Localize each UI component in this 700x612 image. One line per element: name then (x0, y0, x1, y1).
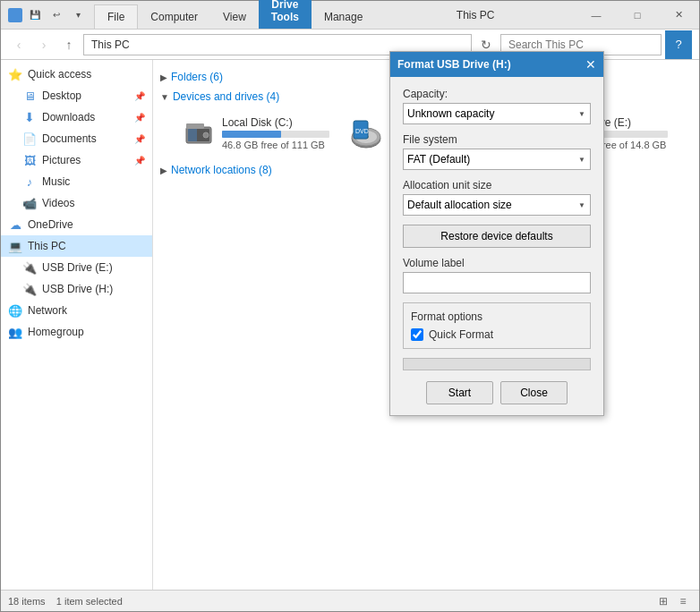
quick-format-label: Quick Format (429, 328, 493, 341)
tab-drive-tools[interactable]: Drive Tools (259, 0, 312, 29)
tab-computer[interactable]: Computer (138, 5, 210, 29)
allocation-select[interactable]: Default allocation size (403, 194, 591, 216)
network-label: Network (28, 304, 67, 317)
downloads-label: Downloads (42, 111, 95, 123)
sidebar-item-documents[interactable]: 📄 Documents 📌 (1, 128, 152, 149)
volume-label-input[interactable] (403, 272, 591, 293)
restore-defaults-button[interactable]: Restore device defaults (403, 225, 591, 248)
forward-button[interactable]: › (33, 34, 55, 55)
window-controls: — □ ✕ (576, 1, 699, 29)
drives-arrow: ▼ (160, 92, 169, 102)
sidebar-item-network[interactable]: 🌐 Network (1, 300, 152, 321)
sidebar-item-downloads[interactable]: ⬇ Downloads 📌 (1, 106, 152, 128)
explorer-window: 💾 ↩ ▾ File Computer View Drive Tools Man… (0, 0, 700, 612)
folders-arrow: ▶ (160, 72, 167, 82)
svg-rect-2 (188, 129, 197, 141)
ribbon-tabs: File Computer View Drive Tools Manage (94, 1, 375, 29)
minimize-button[interactable]: — (576, 1, 617, 30)
filesystem-select-wrapper: FAT (Default) (403, 149, 591, 170)
dialog-close-btn[interactable]: Close (500, 381, 568, 404)
tab-view[interactable]: View (210, 5, 259, 29)
quick-access-undo[interactable]: ↩ (47, 6, 65, 24)
title-bar-left: 💾 ↩ ▾ (1, 1, 94, 29)
items-count: 18 items (8, 596, 46, 607)
tab-file[interactable]: File (94, 4, 138, 29)
drive-c-info: Local Disk (C:) 46.8 GB free of 111 GB (222, 116, 329, 150)
tab-manage[interactable]: Manage (312, 5, 375, 29)
music-icon: ♪ (22, 174, 37, 189)
sidebar-item-music[interactable]: ♪ Music (1, 171, 152, 192)
dialog-title-bar: Format USB Drive (H:) ✕ (390, 52, 603, 77)
svg-rect-4 (186, 123, 204, 129)
network-title: Network locations (8) (171, 164, 272, 176)
pin-icon3: 📌 (134, 134, 145, 144)
onedrive-label: OneDrive (28, 218, 73, 231)
sidebar-item-pictures[interactable]: 🖼 Pictures 📌 (1, 149, 152, 171)
desktop-label: Desktop (42, 89, 81, 102)
capacity-label: Capacity: (403, 88, 591, 100)
folders-title: Folders (6) (171, 71, 223, 83)
volume-label-group: Volume label (403, 257, 591, 293)
drive-c-bar-container (222, 131, 329, 138)
drive-c-name: Local Disk (C:) (222, 116, 329, 129)
quick-access-save[interactable]: 💾 (26, 6, 44, 24)
quickaccess-label: Quick access (28, 68, 91, 81)
quick-format-row: Quick Format (411, 328, 583, 341)
start-button[interactable]: Start (426, 381, 493, 404)
dialog-body: Capacity: Unknown capacity File system F… (390, 77, 603, 415)
sidebar-item-usbe[interactable]: 🔌 USB Drive (E:) (1, 257, 152, 278)
status-info: 18 items 1 item selected (8, 596, 123, 607)
help-button[interactable]: ? (665, 30, 692, 59)
thispc-icon: 💻 (8, 239, 22, 253)
dialog-close-button[interactable]: ✕ (585, 58, 596, 71)
format-progress-bar (403, 358, 591, 370)
pictures-label: Pictures (42, 154, 81, 166)
volume-label-label: Volume label (403, 257, 591, 269)
title-bar: 💾 ↩ ▾ File Computer View Drive Tools Man… (1, 1, 699, 30)
back-button[interactable]: ‹ (8, 34, 30, 55)
sidebar-item-usbh[interactable]: 🔌 USB Drive (H:) (1, 278, 152, 300)
homegroup-icon: 👥 (8, 325, 22, 339)
selected-count: 1 item selected (56, 596, 123, 607)
sidebar-item-thispc[interactable]: 💻 This PC (1, 235, 152, 257)
close-button[interactable]: ✕ (658, 1, 699, 30)
view-tiles-button[interactable]: ⊞ (654, 592, 672, 610)
videos-icon: 📹 (22, 196, 37, 210)
dialog-footer: Start Close (403, 381, 591, 404)
format-options-legend: Format options (411, 310, 583, 323)
onedrive-icon: ☁ (8, 217, 22, 232)
capacity-select[interactable]: Unknown capacity (403, 103, 591, 124)
videos-label: Videos (42, 197, 74, 209)
filesystem-select[interactable]: FAT (Default) (403, 149, 591, 170)
sidebar-item-onedrive[interactable]: ☁ OneDrive (1, 214, 152, 235)
allocation-group: Allocation unit size Default allocation … (403, 179, 591, 216)
homegroup-label: Homegroup (28, 326, 84, 338)
filesystem-label: File system (403, 133, 591, 146)
sidebar-item-desktop[interactable]: 🖥 Desktop 📌 (1, 85, 152, 106)
drive-c[interactable]: Local Disk (C:) 46.8 GB free of 111 GB (175, 110, 337, 157)
usbe-icon: 🔌 (22, 260, 37, 275)
maximize-button[interactable]: □ (617, 1, 658, 30)
documents-label: Documents (42, 132, 97, 145)
desktop-icon: 🖥 (22, 89, 37, 103)
svg-point-3 (203, 132, 209, 138)
drives-title: Devices and drives (4) (173, 90, 279, 103)
drive-c-size: 46.8 GB free of 111 GB (222, 140, 329, 150)
format-dialog: Format USB Drive (H:) ✕ Capacity: Unknow… (389, 51, 604, 416)
quick-access-down[interactable]: ▾ (69, 6, 87, 24)
sidebar-item-videos[interactable]: 📹 Videos (1, 192, 152, 214)
pin-icon: 📌 (134, 91, 145, 101)
drive-c-icon (183, 117, 215, 149)
window-title: This PC (375, 1, 576, 29)
view-list-button[interactable]: ≡ (674, 592, 692, 610)
capacity-group: Capacity: Unknown capacity (403, 88, 591, 124)
svg-text:DVD: DVD (355, 128, 369, 134)
up-button[interactable]: ↑ (58, 34, 80, 55)
sidebar-item-quickaccess[interactable]: ⭐ Quick access (1, 64, 152, 85)
view-buttons: ⊞ ≡ (654, 592, 692, 610)
sidebar-item-homegroup[interactable]: 👥 Homegroup (1, 321, 152, 343)
documents-icon: 📄 (22, 132, 37, 146)
downloads-icon: ⬇ (22, 110, 37, 124)
quick-format-checkbox[interactable] (411, 328, 423, 341)
drive-c-bar (222, 131, 281, 138)
